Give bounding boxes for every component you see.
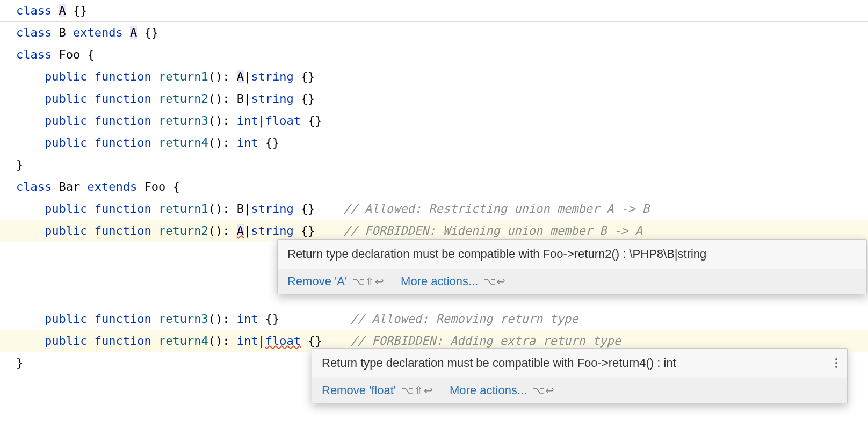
keyword-public: public (45, 114, 87, 127)
keyword-function: function (95, 334, 151, 348)
pipe: | (244, 202, 251, 215)
shortcut-hint: ⌥⇧↩ (352, 275, 385, 288)
braces: {} (301, 70, 315, 83)
comment: // FORBIDDEN: Widening union member B ->… (343, 224, 642, 237)
colon: : (222, 202, 229, 215)
code-line: public function return1(): B|string {} /… (0, 198, 868, 220)
brace-close: } (16, 158, 23, 171)
keyword-function: function (95, 114, 151, 127)
keyword-extends: extends (73, 26, 123, 39)
keyword-class: class (16, 26, 52, 39)
keyword-function: function (95, 202, 151, 215)
quickfix-label: Remove 'A' (287, 274, 347, 288)
more-actions-label: More actions... (450, 384, 527, 397)
parens: () (208, 92, 223, 105)
parens: () (208, 312, 223, 326)
braces: {} (301, 92, 315, 105)
code-line: public function return1(): A|string {} (0, 66, 868, 88)
keyword-public: public (45, 136, 87, 149)
brace-open: { (87, 48, 94, 61)
type-A: A (237, 70, 244, 83)
code-editor[interactable]: class A {} class B extends A {} class Fo… (0, 0, 868, 374)
code-line: } (0, 154, 868, 176)
function-name: return1 (158, 70, 208, 83)
comment: // Allowed: Restricting union member A -… (343, 202, 649, 215)
parens: () (208, 202, 223, 215)
class-name-A: A (130, 26, 137, 39)
type-A-error: A (237, 224, 244, 237)
keyword-public: public (45, 312, 87, 326)
comment: // Allowed: Removing return type (351, 312, 578, 326)
quickfix-remove-float[interactable]: Remove 'float' ⌥⇧↩ (322, 384, 433, 397)
type-float-error: float (265, 334, 301, 348)
more-actions-link[interactable]: More actions... ⌥↩ (401, 274, 506, 288)
shortcut-hint: ⌥↩ (532, 384, 555, 397)
function-name: return1 (158, 202, 208, 215)
function-name: return4 (158, 334, 208, 348)
class-name-Foo: Foo (144, 180, 165, 193)
braces: {} (144, 26, 158, 39)
colon: : (222, 224, 229, 237)
code-line: public function return3(): int {} // All… (0, 308, 868, 330)
inspection-popup: Return type declaration must be compatib… (277, 239, 867, 294)
function-name: return2 (158, 92, 208, 105)
braces: {} (308, 334, 322, 348)
colon: : (222, 114, 229, 127)
more-actions-link[interactable]: More actions... ⌥↩ (450, 384, 555, 397)
popup-actions: Remove 'A' ⌥⇧↩ More actions... ⌥↩ (278, 269, 866, 294)
type-B: B (237, 92, 244, 105)
code-line: public function return2(): B|string {} (0, 88, 868, 110)
colon: : (222, 92, 229, 105)
shortcut-hint: ⌥⇧↩ (401, 384, 433, 397)
type-float: float (265, 114, 301, 127)
popup-actions: Remove 'float' ⌥⇧↩ More actions... ⌥↩ (312, 378, 847, 403)
pipe: | (244, 92, 251, 105)
type-string: string (251, 92, 293, 105)
comment: // FORBIDDEN: Adding extra return type (351, 334, 621, 348)
braces: {} (301, 224, 315, 237)
type-int: int (237, 114, 258, 127)
function-name: return3 (158, 312, 208, 326)
parens: () (208, 114, 223, 127)
brace-close: } (16, 356, 23, 370)
braces: {} (301, 202, 315, 215)
code-line: public function return4(): int {} (0, 132, 868, 154)
braces: {} (265, 136, 280, 149)
parens: () (208, 70, 223, 83)
code-line: class Bar extends Foo { (0, 176, 868, 198)
braces: {} (308, 114, 322, 127)
keyword-class: class (16, 48, 52, 61)
keyword-function: function (95, 312, 151, 326)
type-B: B (237, 202, 244, 215)
function-name: return3 (158, 114, 208, 127)
type-int: int (237, 136, 258, 149)
more-options-icon[interactable] (835, 358, 837, 368)
code-line: class B extends A {} (0, 22, 868, 44)
keyword-function: function (95, 92, 151, 105)
colon: : (222, 136, 229, 149)
code-line: public function return3(): int|float {} (0, 110, 868, 132)
parens: () (208, 224, 223, 237)
quickfix-remove-a[interactable]: Remove 'A' ⌥⇧↩ (287, 274, 385, 288)
more-actions-label: More actions... (401, 274, 478, 288)
type-string: string (251, 202, 293, 215)
shortcut-hint: ⌥↩ (483, 275, 506, 288)
type-string: string (251, 70, 293, 83)
colon: : (222, 312, 229, 326)
keyword-extends: extends (87, 180, 137, 193)
pipe: | (258, 114, 265, 127)
keyword-public: public (45, 202, 87, 215)
keyword-class: class (16, 180, 52, 193)
colon: : (222, 70, 229, 83)
type-int: int (237, 334, 258, 348)
pipe: | (244, 70, 251, 83)
type-string: string (251, 224, 293, 237)
braces: {} (73, 4, 88, 17)
code-line: class A {} (0, 0, 868, 22)
pipe: | (258, 334, 265, 348)
braces: {} (265, 312, 280, 326)
keyword-public: public (45, 224, 87, 237)
parens: () (208, 334, 223, 348)
keyword-function: function (95, 136, 151, 149)
keyword-function: function (95, 70, 151, 83)
